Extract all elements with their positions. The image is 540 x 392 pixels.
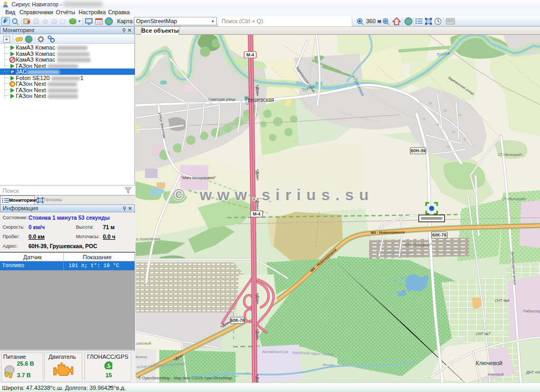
svg-text:«Дон»: «Дон» bbox=[255, 329, 259, 340]
svg-text:Ключевой: Ключевой bbox=[476, 360, 503, 366]
svg-text:е поселение: е поселение bbox=[136, 237, 161, 241]
svg-text:М-4: М-4 bbox=[253, 211, 261, 217]
svg-text:М-4: М-4 bbox=[246, 52, 254, 57]
svg-text:"Mars Incorporated": "Mars Incorporated" bbox=[181, 175, 216, 180]
svg-text:ДНТ «На: ДНТ «На bbox=[526, 370, 540, 375]
svg-text:Колос: Колос bbox=[136, 355, 147, 359]
svg-text:Радиостр: Радиостр bbox=[523, 309, 540, 313]
svg-text:СТ-«Виноград»: СТ-«Виноград» bbox=[502, 197, 526, 201]
svg-text:СНТ №6: СНТ №6 bbox=[495, 299, 509, 302]
svg-text:Советская улица: Советская улица bbox=[208, 97, 235, 102]
svg-text:СНТ №7: СНТ №7 bbox=[476, 332, 491, 336]
svg-text:Ключевой: Ключевой bbox=[488, 373, 504, 376]
svg-text:Мишки: Мишки bbox=[323, 363, 335, 367]
svg-text:60К-76: 60К-76 bbox=[230, 318, 245, 323]
svg-text:Аксайский ра: Аксайский ра bbox=[262, 349, 288, 354]
svg-text:расный: расный bbox=[137, 341, 151, 346]
svg-text:«Дон»: «Дон» bbox=[255, 85, 259, 96]
svg-text:60К-76: 60К-76 bbox=[432, 232, 447, 238]
svg-text:Аксайский район: Аксайский район bbox=[379, 250, 413, 255]
svg-text:Грушевская: Грушевская bbox=[245, 97, 274, 103]
svg-text:«Дон»: «Дон» bbox=[255, 375, 259, 383]
svg-text:СТ-«Виноград»: СТ-«Виноград» bbox=[498, 153, 523, 157]
svg-text:КП "Адажио": КП "Адажио" bbox=[405, 242, 432, 248]
svg-text:P: P bbox=[11, 70, 14, 74]
svg-text:60Н-39: 60Н-39 bbox=[411, 148, 426, 153]
svg-text:«Дон»: «Дон» bbox=[255, 293, 259, 304]
svg-text:«Дон»: «Дон» bbox=[255, 169, 259, 180]
